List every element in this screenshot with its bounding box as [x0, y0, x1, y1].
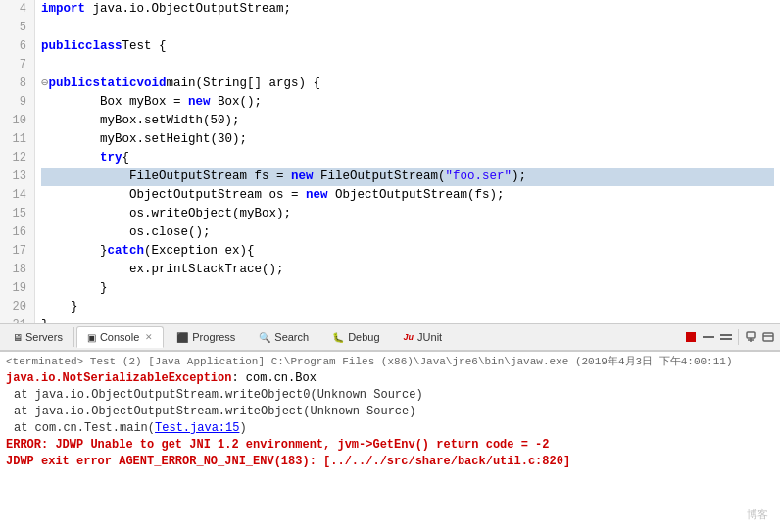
tab-debug[interactable]: 🐛 Debug — [321, 326, 390, 348]
svg-rect-2 — [720, 334, 732, 336]
tab-close-icon[interactable]: ✕ — [145, 332, 153, 342]
tab-progress-label: Progress — [192, 331, 235, 343]
code-line: public class Test { — [41, 37, 774, 56]
terminate-button[interactable] — [683, 329, 699, 345]
watermark: 博客 — [747, 508, 768, 522]
error-line-2: JDWP exit error AGENT_ERROR_NO_JNI_ENV(1… — [6, 454, 774, 470]
code-line: ex.printStackTrace(); — [41, 261, 774, 279]
terminated-line: <terminated> Test (2) [Java Application]… — [6, 354, 774, 370]
tab-progress[interactable]: ⬛ Progress — [166, 326, 246, 348]
tab-junit[interactable]: Ju JUnit — [393, 326, 454, 348]
code-line: ⊖ public static void main(String[] args)… — [41, 74, 774, 93]
test-java-link[interactable]: Test.java:15 — [155, 421, 239, 435]
code-content: 4 5 6 7 8 9 10 11 12 13 14 15 16 17 18 1… — [0, 0, 780, 323]
code-lines: import java.io.ObjectOutputStream; publi… — [35, 0, 780, 323]
debug-icon: 🐛 — [332, 332, 344, 343]
code-line — [41, 19, 774, 37]
console-icon: ▣ — [87, 332, 96, 343]
tab-console-label: Console — [100, 331, 139, 343]
tab-console[interactable]: ▣ Console ✕ — [76, 326, 164, 348]
tab-search[interactable]: 🔍 Search — [248, 326, 319, 348]
junit-icon: Ju — [404, 332, 414, 342]
console-tab-bar: 🖥 Servers ▣ Console ✕ ⬛ Progress 🔍 Searc… — [0, 323, 780, 351]
exception-suffix: : com.cn.Box — [231, 371, 316, 385]
servers-icon: 🖥 — [13, 332, 23, 343]
svg-rect-0 — [686, 332, 696, 342]
code-line-highlighted: FileOutputStream fs = new FileOutputStre… — [41, 168, 774, 186]
code-line: }catch(Exception ex){ — [41, 242, 774, 261]
at-line-1: at java.io.ObjectOutputStream.writeObjec… — [6, 387, 774, 404]
code-line: Box myBox = new Box(); — [41, 93, 774, 112]
code-line: myBox.setWidth(50); — [41, 112, 774, 130]
tab-actions — [683, 329, 776, 345]
progress-icon: ⬛ — [176, 332, 188, 343]
code-line — [41, 56, 774, 74]
tab-servers-label: Servers — [25, 331, 63, 343]
tab-debug-label: Debug — [348, 331, 379, 343]
tab-junit-label: JUnit — [417, 331, 442, 343]
svg-rect-1 — [703, 336, 714, 338]
line-numbers: 4 5 6 7 8 9 10 11 12 13 14 15 16 17 18 1… — [0, 0, 35, 323]
code-editor: 4 5 6 7 8 9 10 11 12 13 14 15 16 17 18 1… — [0, 0, 780, 323]
tab-servers[interactable]: 🖥 Servers — [4, 326, 72, 348]
code-line: } — [41, 279, 774, 298]
remove-all-button[interactable] — [718, 329, 734, 345]
search-icon: 🔍 — [259, 332, 270, 343]
tab-search-label: Search — [274, 331, 309, 343]
console-output-area: <terminated> Test (2) [Java Application]… — [0, 351, 780, 532]
svg-rect-7 — [763, 333, 773, 341]
code-line: try{ — [41, 149, 774, 168]
remove-launch-button[interactable] — [701, 329, 716, 345]
at-line-2: at java.io.ObjectOutputStream.writeObjec… — [6, 404, 774, 420]
code-line: } — [41, 316, 774, 323]
scroll-lock-button[interactable] — [743, 329, 758, 345]
tab-divider — [73, 327, 74, 347]
code-line: import java.io.ObjectOutputStream; — [41, 0, 774, 19]
code-line: os.writeObject(myBox); — [41, 205, 774, 223]
svg-rect-4 — [747, 332, 755, 338]
exception-line: java.io.NotSerializableException: com.cn… — [6, 370, 774, 387]
code-line: ObjectOutputStream os = new ObjectOutput… — [41, 186, 774, 205]
code-line: myBox.setHeight(30); — [41, 130, 774, 149]
code-line: os.close(); — [41, 223, 774, 242]
exception-type: java.io.NotSerializableException — [6, 371, 231, 385]
error-line-1: ERROR: JDWP Unable to get JNI 1.2 enviro… — [6, 437, 774, 454]
toolbar-divider — [738, 329, 739, 345]
at-line-3: at com.cn.Test.main(Test.java:15) — [6, 420, 774, 437]
open-console-button[interactable] — [760, 329, 776, 345]
console-output: <terminated> Test (2) [Java Application]… — [0, 352, 780, 532]
code-line: } — [41, 298, 774, 316]
svg-rect-3 — [720, 338, 732, 340]
